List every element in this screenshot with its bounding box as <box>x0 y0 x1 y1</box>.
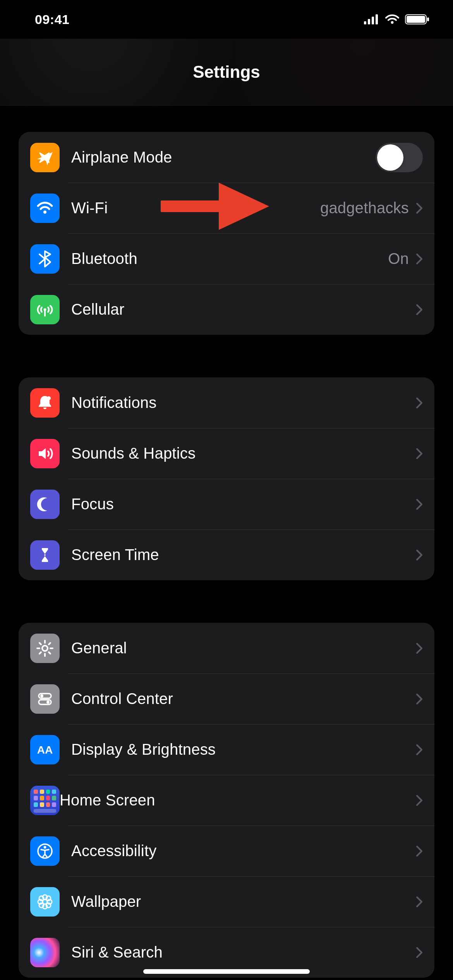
chevron-right-icon <box>416 253 423 265</box>
page-title: Settings <box>193 62 260 82</box>
row-airplane-mode[interactable]: Airplane Mode <box>19 132 434 183</box>
settings-group-alerts: Notifications Sounds & Haptics Focus Scr… <box>19 377 434 580</box>
battery-icon <box>405 14 430 24</box>
row-label: Focus <box>71 495 416 513</box>
row-label: Home Screen <box>60 792 416 809</box>
display-icon: AA <box>30 735 60 764</box>
wifi-icon <box>30 194 60 223</box>
chevron-right-icon <box>416 693 423 705</box>
row-display-brightness[interactable]: AA Display & Brightness <box>19 724 434 775</box>
toggle-knob-icon <box>377 144 403 171</box>
row-screen-time[interactable]: Screen Time <box>19 529 434 580</box>
row-control-center[interactable]: Control Center <box>19 673 434 724</box>
wifi-icon <box>385 14 400 24</box>
row-label: Accessibility <box>71 842 416 860</box>
row-label: General <box>71 639 416 657</box>
svg-rect-0 <box>364 21 366 24</box>
status-icons <box>364 14 430 24</box>
chevron-right-icon <box>416 549 423 561</box>
chevron-right-icon <box>416 795 423 806</box>
row-label: Wallpaper <box>71 893 416 910</box>
svg-point-27 <box>44 846 46 848</box>
accessibility-icon <box>30 836 60 866</box>
home-indicator[interactable] <box>143 969 310 974</box>
svg-line-17 <box>39 643 41 644</box>
chevron-right-icon <box>416 642 423 654</box>
status-time: 09:41 <box>35 12 69 27</box>
notifications-icon <box>30 388 60 418</box>
row-label: Cellular <box>71 301 416 318</box>
svg-line-18 <box>49 652 50 654</box>
svg-rect-7 <box>427 17 429 21</box>
row-label: Notifications <box>71 394 416 411</box>
row-home-screen[interactable]: Home Screen <box>19 775 434 826</box>
chevron-right-icon <box>416 202 423 214</box>
cellular-signal-icon <box>364 14 379 24</box>
control-center-icon <box>30 684 60 714</box>
svg-rect-1 <box>368 19 370 24</box>
general-icon <box>30 634 60 663</box>
row-label: Display & Brightness <box>71 741 416 758</box>
status-bar: 09:41 <box>0 0 453 39</box>
row-cellular[interactable]: Cellular <box>19 284 434 335</box>
row-notifications[interactable]: Notifications <box>19 377 434 428</box>
airplane-toggle[interactable] <box>376 143 423 172</box>
row-wifi[interactable]: Wi-Fi gadgethacks <box>19 183 434 233</box>
row-label: Wi-Fi <box>71 199 320 217</box>
row-value: On <box>388 250 409 267</box>
svg-rect-10 <box>44 310 46 317</box>
row-accessibility[interactable]: Accessibility <box>19 826 434 876</box>
row-value: gadgethacks <box>320 199 409 217</box>
svg-point-4 <box>391 21 394 24</box>
chevron-right-icon <box>416 304 423 315</box>
svg-point-24 <box>46 701 50 704</box>
wallpaper-icon <box>30 887 60 917</box>
bluetooth-icon <box>30 244 60 274</box>
svg-text:AA: AA <box>37 744 53 756</box>
row-label: Bluetooth <box>71 250 388 267</box>
row-sounds[interactable]: Sounds & Haptics <box>19 428 434 479</box>
row-label: Siri & Search <box>71 944 416 961</box>
row-label: Control Center <box>71 690 416 708</box>
sounds-icon <box>30 439 60 468</box>
chevron-right-icon <box>416 397 423 409</box>
svg-rect-2 <box>372 17 374 24</box>
nav-bar: Settings <box>0 39 453 106</box>
chevron-right-icon <box>416 499 423 510</box>
chevron-right-icon <box>416 896 423 908</box>
row-label: Sounds & Haptics <box>71 445 416 462</box>
row-bluetooth[interactable]: Bluetooth On <box>19 233 434 284</box>
focus-icon <box>30 490 60 519</box>
svg-point-12 <box>42 646 48 651</box>
svg-point-22 <box>40 694 43 697</box>
chevron-right-icon <box>416 744 423 756</box>
row-focus[interactable]: Focus <box>19 479 434 529</box>
cellular-icon <box>30 295 60 324</box>
svg-rect-6 <box>407 16 425 23</box>
svg-line-20 <box>39 652 41 654</box>
settings-group-system: General Control Center AA Display & Brig… <box>19 623 434 978</box>
row-label: Airplane Mode <box>71 149 376 166</box>
svg-line-19 <box>49 643 50 644</box>
home-screen-icon <box>30 786 60 815</box>
screen-time-icon <box>30 540 60 570</box>
chevron-right-icon <box>416 947 423 958</box>
settings-group-network: Airplane Mode Wi-Fi gadgethacks Bluetoot… <box>19 132 434 335</box>
row-general[interactable]: General <box>19 623 434 673</box>
chevron-right-icon <box>416 448 423 459</box>
svg-rect-3 <box>376 14 378 24</box>
row-wallpaper[interactable]: Wallpaper <box>19 876 434 927</box>
svg-point-8 <box>43 211 46 214</box>
chevron-right-icon <box>416 845 423 857</box>
svg-point-11 <box>47 396 51 400</box>
siri-icon <box>30 938 60 967</box>
airplane-icon <box>30 143 60 172</box>
row-label: Screen Time <box>71 546 416 564</box>
